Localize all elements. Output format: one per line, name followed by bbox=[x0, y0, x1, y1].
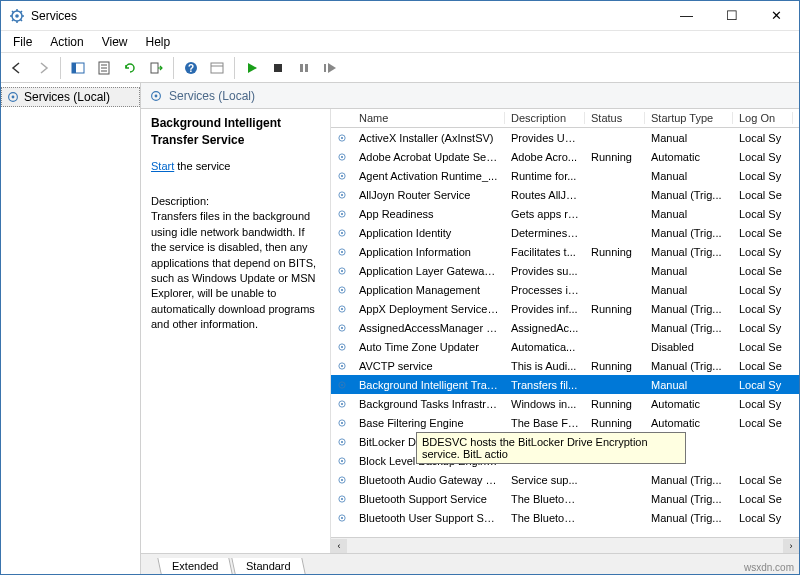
console-tree[interactable]: Services (Local) bbox=[1, 83, 141, 574]
cell-name: ActiveX Installer (AxInstSV) bbox=[353, 132, 505, 144]
table-row[interactable]: Bluetooth Audio Gateway S...Service sup.… bbox=[331, 470, 799, 489]
svg-point-32 bbox=[341, 156, 343, 158]
separator-icon bbox=[60, 57, 61, 79]
properties-button[interactable] bbox=[92, 56, 116, 80]
table-row[interactable]: App ReadinessGets apps re...ManualLocal … bbox=[331, 204, 799, 223]
svg-point-34 bbox=[341, 175, 343, 177]
cell-startup: Manual (Trig... bbox=[645, 322, 733, 334]
gear-icon bbox=[331, 169, 353, 183]
svg-point-68 bbox=[341, 498, 343, 500]
tree-node-services-local[interactable]: Services (Local) bbox=[1, 87, 140, 107]
table-row[interactable]: Application IdentityDetermines ...Manual… bbox=[331, 223, 799, 242]
menu-file[interactable]: File bbox=[5, 32, 40, 52]
tab-extended[interactable]: Extended bbox=[157, 558, 233, 574]
cell-logon: Local Sy bbox=[733, 132, 793, 144]
table-row[interactable]: AllJoyn Router ServiceRoutes AllJo...Man… bbox=[331, 185, 799, 204]
cell-description: The Bluetoo... bbox=[505, 512, 585, 524]
start-service-button[interactable] bbox=[240, 56, 264, 80]
cell-description: Runtime for... bbox=[505, 170, 585, 182]
cell-logon: Local Sy bbox=[733, 208, 793, 220]
cell-logon: Local Se bbox=[733, 417, 793, 429]
cell-startup: Manual bbox=[645, 284, 733, 296]
close-button[interactable]: ✕ bbox=[754, 1, 799, 30]
svg-point-54 bbox=[341, 365, 343, 367]
gear-icon bbox=[331, 264, 353, 278]
table-row[interactable]: Application Layer Gateway ...Provides su… bbox=[331, 261, 799, 280]
cell-logon: Local Sy bbox=[733, 284, 793, 296]
svg-line-6 bbox=[12, 11, 13, 12]
svg-point-56 bbox=[341, 384, 343, 386]
menu-help[interactable]: Help bbox=[138, 32, 179, 52]
table-row[interactable]: Adobe Acrobat Update Serv...Adobe Acro..… bbox=[331, 147, 799, 166]
maximize-button[interactable]: ☐ bbox=[709, 1, 754, 30]
table-row[interactable]: Application InformationFacilitates t...R… bbox=[331, 242, 799, 261]
tab-standard[interactable]: Standard bbox=[232, 558, 306, 574]
svg-line-8 bbox=[12, 19, 13, 20]
table-row[interactable]: Background Tasks Infrastruc...Windows in… bbox=[331, 394, 799, 413]
cell-startup: Manual bbox=[645, 265, 733, 277]
table-row[interactable]: AppX Deployment Service (...Provides inf… bbox=[331, 299, 799, 318]
cell-name: AVCTP service bbox=[353, 360, 505, 372]
content-header-label: Services (Local) bbox=[169, 89, 255, 103]
column-description[interactable]: Description bbox=[505, 112, 585, 124]
table-row[interactable]: AVCTP serviceThis is Audi...RunningManua… bbox=[331, 356, 799, 375]
column-name[interactable]: Name bbox=[353, 112, 505, 124]
svg-rect-19 bbox=[211, 63, 223, 73]
cell-startup: Manual (Trig... bbox=[645, 303, 733, 315]
toolbar-list-button[interactable] bbox=[205, 56, 229, 80]
horizontal-scrollbar[interactable]: ‹ › bbox=[331, 537, 799, 553]
scroll-right-button[interactable]: › bbox=[783, 539, 799, 553]
minimize-button[interactable]: — bbox=[664, 1, 709, 30]
app-icon bbox=[9, 8, 25, 24]
list-header: Name Description Status Startup Type Log… bbox=[331, 109, 799, 128]
show-hide-tree-button[interactable] bbox=[66, 56, 90, 80]
cell-startup: Manual bbox=[645, 208, 733, 220]
table-row[interactable]: Auto Time Zone UpdaterAutomatica...Disab… bbox=[331, 337, 799, 356]
gear-icon bbox=[331, 492, 353, 506]
refresh-button[interactable] bbox=[118, 56, 142, 80]
cell-logon: Local Se bbox=[733, 265, 793, 277]
cell-startup: Manual (Trig... bbox=[645, 512, 733, 524]
cell-logon: Local Sy bbox=[733, 170, 793, 182]
service-list[interactable]: ActiveX Installer (AxInstSV)Provides Us.… bbox=[331, 128, 799, 537]
menu-view[interactable]: View bbox=[94, 32, 136, 52]
selected-service-title: Background Intelligent Transfer Service bbox=[151, 115, 320, 149]
restart-service-button[interactable] bbox=[318, 56, 342, 80]
menu-action[interactable]: Action bbox=[42, 32, 91, 52]
forward-button[interactable] bbox=[31, 56, 55, 80]
back-button[interactable] bbox=[5, 56, 29, 80]
svg-point-44 bbox=[341, 270, 343, 272]
column-logon[interactable]: Log On bbox=[733, 112, 793, 124]
cell-description: Provides inf... bbox=[505, 303, 585, 315]
table-row[interactable]: ActiveX Installer (AxInstSV)Provides Us.… bbox=[331, 128, 799, 147]
cell-description: Transfers fil... bbox=[505, 379, 585, 391]
scroll-track[interactable] bbox=[347, 539, 783, 553]
table-row[interactable]: Background Intelligent Tran...Transfers … bbox=[331, 375, 799, 394]
gear-icon bbox=[331, 454, 353, 468]
export-button[interactable] bbox=[144, 56, 168, 80]
column-startup[interactable]: Startup Type bbox=[645, 112, 733, 124]
table-row[interactable]: AssignedAccessManager Se...AssignedAc...… bbox=[331, 318, 799, 337]
table-row[interactable]: Agent Activation Runtime_...Runtime for.… bbox=[331, 166, 799, 185]
scroll-left-button[interactable]: ‹ bbox=[331, 539, 347, 553]
view-tabs: Extended Standard bbox=[141, 553, 799, 574]
cell-description: Determines ... bbox=[505, 227, 585, 239]
start-service-link[interactable]: Start bbox=[151, 160, 174, 172]
description-text: Transfers files in the background using … bbox=[151, 209, 320, 332]
gear-icon bbox=[331, 283, 353, 297]
table-row[interactable]: Base Filtering EngineThe Base Fil...Runn… bbox=[331, 413, 799, 432]
help-button[interactable]: ? bbox=[179, 56, 203, 80]
cell-logon: Local Se bbox=[733, 474, 793, 486]
cell-logon: Local Se bbox=[733, 493, 793, 505]
column-status[interactable]: Status bbox=[585, 112, 645, 124]
table-row[interactable]: Application ManagementProcesses in...Man… bbox=[331, 280, 799, 299]
cell-name: AssignedAccessManager Se... bbox=[353, 322, 505, 334]
pause-service-button[interactable] bbox=[292, 56, 316, 80]
stop-service-button[interactable] bbox=[266, 56, 290, 80]
table-row[interactable]: Bluetooth Support ServiceThe Bluetoo...M… bbox=[331, 489, 799, 508]
cell-logon: Local Sy bbox=[733, 379, 793, 391]
cell-name: AppX Deployment Service (... bbox=[353, 303, 505, 315]
table-row[interactable]: Bluetooth User Support Ser...The Bluetoo… bbox=[331, 508, 799, 527]
window-title: Services bbox=[31, 9, 664, 23]
gear-icon bbox=[331, 226, 353, 240]
